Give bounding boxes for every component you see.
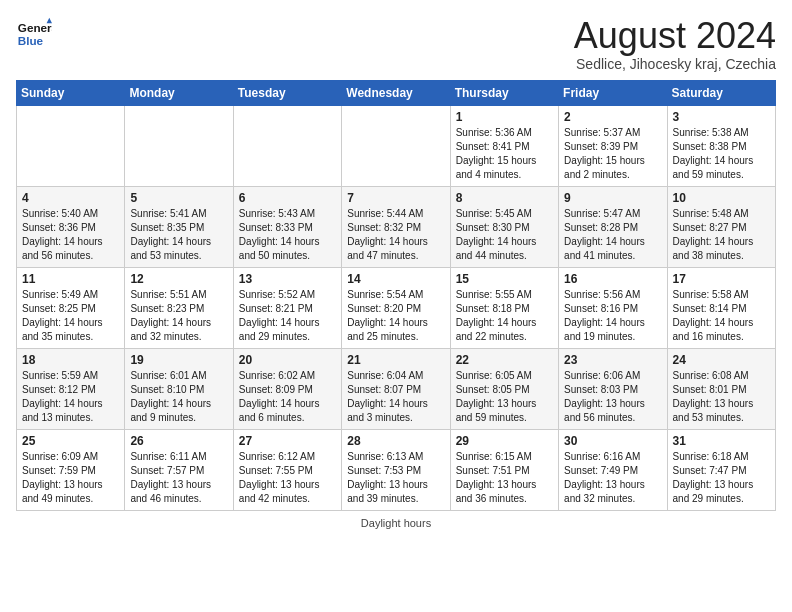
- day-number: 24: [673, 353, 770, 367]
- table-row: 13Sunrise: 5:52 AM Sunset: 8:21 PM Dayli…: [233, 267, 341, 348]
- day-info: Sunrise: 5:52 AM Sunset: 8:21 PM Dayligh…: [239, 288, 336, 344]
- day-number: 10: [673, 191, 770, 205]
- table-row: 19Sunrise: 6:01 AM Sunset: 8:10 PM Dayli…: [125, 348, 233, 429]
- day-number: 18: [22, 353, 119, 367]
- table-row: 26Sunrise: 6:11 AM Sunset: 7:57 PM Dayli…: [125, 429, 233, 510]
- table-row: 28Sunrise: 6:13 AM Sunset: 7:53 PM Dayli…: [342, 429, 450, 510]
- day-number: 5: [130, 191, 227, 205]
- col-saturday: Saturday: [667, 80, 775, 105]
- day-number: 9: [564, 191, 661, 205]
- day-number: 15: [456, 272, 553, 286]
- day-info: Sunrise: 6:15 AM Sunset: 7:51 PM Dayligh…: [456, 450, 553, 506]
- day-number: 22: [456, 353, 553, 367]
- day-info: Sunrise: 5:43 AM Sunset: 8:33 PM Dayligh…: [239, 207, 336, 263]
- day-number: 23: [564, 353, 661, 367]
- day-info: Sunrise: 5:54 AM Sunset: 8:20 PM Dayligh…: [347, 288, 444, 344]
- table-row: 9Sunrise: 5:47 AM Sunset: 8:28 PM Daylig…: [559, 186, 667, 267]
- day-number: 16: [564, 272, 661, 286]
- day-number: 7: [347, 191, 444, 205]
- calendar-week-4: 25Sunrise: 6:09 AM Sunset: 7:59 PM Dayli…: [17, 429, 776, 510]
- day-number: 17: [673, 272, 770, 286]
- day-info: Sunrise: 5:40 AM Sunset: 8:36 PM Dayligh…: [22, 207, 119, 263]
- col-thursday: Thursday: [450, 80, 558, 105]
- col-wednesday: Wednesday: [342, 80, 450, 105]
- table-row: 14Sunrise: 5:54 AM Sunset: 8:20 PM Dayli…: [342, 267, 450, 348]
- table-row: 12Sunrise: 5:51 AM Sunset: 8:23 PM Dayli…: [125, 267, 233, 348]
- logo: General Blue: [16, 16, 52, 52]
- calendar-week-3: 18Sunrise: 5:59 AM Sunset: 8:12 PM Dayli…: [17, 348, 776, 429]
- day-number: 2: [564, 110, 661, 124]
- col-friday: Friday: [559, 80, 667, 105]
- table-row: 29Sunrise: 6:15 AM Sunset: 7:51 PM Dayli…: [450, 429, 558, 510]
- table-row: 4Sunrise: 5:40 AM Sunset: 8:36 PM Daylig…: [17, 186, 125, 267]
- day-number: 13: [239, 272, 336, 286]
- day-number: 12: [130, 272, 227, 286]
- day-number: 30: [564, 434, 661, 448]
- day-info: Sunrise: 5:55 AM Sunset: 8:18 PM Dayligh…: [456, 288, 553, 344]
- table-row: 6Sunrise: 5:43 AM Sunset: 8:33 PM Daylig…: [233, 186, 341, 267]
- day-info: Sunrise: 5:58 AM Sunset: 8:14 PM Dayligh…: [673, 288, 770, 344]
- col-monday: Monday: [125, 80, 233, 105]
- table-row: 16Sunrise: 5:56 AM Sunset: 8:16 PM Dayli…: [559, 267, 667, 348]
- day-info: Sunrise: 6:11 AM Sunset: 7:57 PM Dayligh…: [130, 450, 227, 506]
- day-info: Sunrise: 6:13 AM Sunset: 7:53 PM Dayligh…: [347, 450, 444, 506]
- table-row: 11Sunrise: 5:49 AM Sunset: 8:25 PM Dayli…: [17, 267, 125, 348]
- page-header: General Blue August 2024 Sedlice, Jihoce…: [16, 16, 776, 72]
- col-tuesday: Tuesday: [233, 80, 341, 105]
- calendar-table: Sunday Monday Tuesday Wednesday Thursday…: [16, 80, 776, 511]
- day-number: 14: [347, 272, 444, 286]
- day-info: Sunrise: 5:45 AM Sunset: 8:30 PM Dayligh…: [456, 207, 553, 263]
- day-number: 4: [22, 191, 119, 205]
- col-sunday: Sunday: [17, 80, 125, 105]
- table-row: 24Sunrise: 6:08 AM Sunset: 8:01 PM Dayli…: [667, 348, 775, 429]
- table-row: 21Sunrise: 6:04 AM Sunset: 8:07 PM Dayli…: [342, 348, 450, 429]
- day-info: Sunrise: 6:18 AM Sunset: 7:47 PM Dayligh…: [673, 450, 770, 506]
- table-row: 27Sunrise: 6:12 AM Sunset: 7:55 PM Dayli…: [233, 429, 341, 510]
- day-number: 20: [239, 353, 336, 367]
- table-row: 25Sunrise: 6:09 AM Sunset: 7:59 PM Dayli…: [17, 429, 125, 510]
- logo-icon: General Blue: [16, 16, 52, 52]
- table-row: 7Sunrise: 5:44 AM Sunset: 8:32 PM Daylig…: [342, 186, 450, 267]
- day-number: 1: [456, 110, 553, 124]
- table-row: [233, 105, 341, 186]
- header-row: Sunday Monday Tuesday Wednesday Thursday…: [17, 80, 776, 105]
- day-number: 25: [22, 434, 119, 448]
- table-row: 1Sunrise: 5:36 AM Sunset: 8:41 PM Daylig…: [450, 105, 558, 186]
- table-row: 2Sunrise: 5:37 AM Sunset: 8:39 PM Daylig…: [559, 105, 667, 186]
- table-row: [125, 105, 233, 186]
- calendar-week-0: 1Sunrise: 5:36 AM Sunset: 8:41 PM Daylig…: [17, 105, 776, 186]
- calendar-week-1: 4Sunrise: 5:40 AM Sunset: 8:36 PM Daylig…: [17, 186, 776, 267]
- table-row: [342, 105, 450, 186]
- day-number: 27: [239, 434, 336, 448]
- day-info: Sunrise: 5:48 AM Sunset: 8:27 PM Dayligh…: [673, 207, 770, 263]
- day-info: Sunrise: 6:12 AM Sunset: 7:55 PM Dayligh…: [239, 450, 336, 506]
- day-info: Sunrise: 5:38 AM Sunset: 8:38 PM Dayligh…: [673, 126, 770, 182]
- day-number: 29: [456, 434, 553, 448]
- day-info: Sunrise: 5:59 AM Sunset: 8:12 PM Dayligh…: [22, 369, 119, 425]
- calendar-week-2: 11Sunrise: 5:49 AM Sunset: 8:25 PM Dayli…: [17, 267, 776, 348]
- day-info: Sunrise: 5:49 AM Sunset: 8:25 PM Dayligh…: [22, 288, 119, 344]
- table-row: 18Sunrise: 5:59 AM Sunset: 8:12 PM Dayli…: [17, 348, 125, 429]
- svg-text:Blue: Blue: [18, 34, 44, 47]
- table-row: 22Sunrise: 6:05 AM Sunset: 8:05 PM Dayli…: [450, 348, 558, 429]
- location: Sedlice, Jihocesky kraj, Czechia: [574, 56, 776, 72]
- day-info: Sunrise: 6:02 AM Sunset: 8:09 PM Dayligh…: [239, 369, 336, 425]
- day-number: 19: [130, 353, 227, 367]
- day-info: Sunrise: 6:04 AM Sunset: 8:07 PM Dayligh…: [347, 369, 444, 425]
- day-info: Sunrise: 6:16 AM Sunset: 7:49 PM Dayligh…: [564, 450, 661, 506]
- table-row: 23Sunrise: 6:06 AM Sunset: 8:03 PM Dayli…: [559, 348, 667, 429]
- day-info: Sunrise: 6:05 AM Sunset: 8:05 PM Dayligh…: [456, 369, 553, 425]
- table-row: 10Sunrise: 5:48 AM Sunset: 8:27 PM Dayli…: [667, 186, 775, 267]
- day-number: 21: [347, 353, 444, 367]
- table-row: 30Sunrise: 6:16 AM Sunset: 7:49 PM Dayli…: [559, 429, 667, 510]
- month-year: August 2024: [574, 16, 776, 56]
- day-info: Sunrise: 5:47 AM Sunset: 8:28 PM Dayligh…: [564, 207, 661, 263]
- footer-note: Daylight hours: [16, 517, 776, 529]
- day-info: Sunrise: 5:37 AM Sunset: 8:39 PM Dayligh…: [564, 126, 661, 182]
- day-info: Sunrise: 6:08 AM Sunset: 8:01 PM Dayligh…: [673, 369, 770, 425]
- table-row: 31Sunrise: 6:18 AM Sunset: 7:47 PM Dayli…: [667, 429, 775, 510]
- day-number: 28: [347, 434, 444, 448]
- day-number: 8: [456, 191, 553, 205]
- day-number: 26: [130, 434, 227, 448]
- table-row: 20Sunrise: 6:02 AM Sunset: 8:09 PM Dayli…: [233, 348, 341, 429]
